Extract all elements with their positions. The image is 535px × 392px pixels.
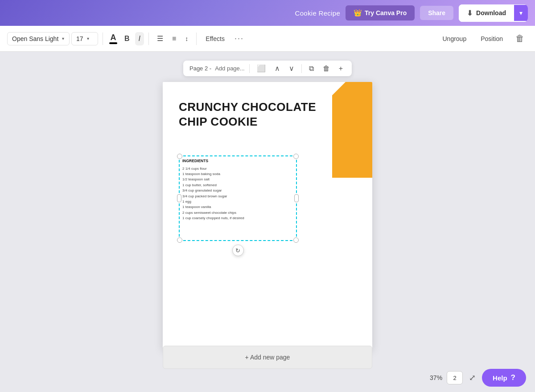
zoom-level: 37% — [430, 374, 442, 381]
handle-bottom-right[interactable] — [293, 237, 299, 243]
toolbar: Open Sans Light ▾ 17 ▾ A B I ☰ ≡ ↕ Effec… — [0, 26, 535, 52]
bold-button[interactable]: B — [121, 32, 133, 45]
spacing-icon: ↕ — [185, 35, 188, 42]
download-chevron-button[interactable]: ▾ — [514, 5, 528, 21]
handle-middle-right[interactable] — [294, 194, 299, 202]
delete-page-button[interactable]: 🗑 — [320, 64, 333, 74]
align-icon: ☰ — [157, 34, 163, 43]
ingredients-content: INGREDIENTS 2 1/4 cups flour 1 teaspoon … — [180, 156, 296, 223]
canvas-area: Page 2 - Add page... ⬜ ∧ ∨ ⧉ 🗑 + — [0, 52, 535, 392]
delete-button[interactable]: 🗑 — [512, 32, 528, 45]
document-page: CRUNCHY CHOCOLATE CHIP COOKIE INGREDIENT… — [163, 82, 372, 349]
page-icon: ⬜ — [257, 65, 266, 72]
effects-button[interactable]: Effects — [201, 33, 229, 45]
duplicate-icon: ⧉ — [309, 65, 314, 72]
bottom-bar: 37% 2 ⤢ Help ? — [421, 363, 535, 392]
spacing-button[interactable]: ↕ — [181, 33, 192, 45]
position-button[interactable]: Position — [475, 33, 508, 45]
text-a-icon: A — [111, 33, 116, 41]
download-area: ⬇ Download ▾ — [459, 4, 528, 22]
toolbar-right: Ungroup Position 🗑 — [437, 32, 528, 45]
crown-icon: 👑 — [354, 9, 362, 17]
ingredient-line-2: 1 teaspoon baking soda — [182, 172, 293, 177]
document-title: Cookie Recipe — [295, 9, 340, 17]
fullscreen-icon: ⤢ — [469, 373, 476, 382]
add-page-link[interactable]: Add page... — [215, 65, 245, 72]
font-selector[interactable]: Open Sans Light ▾ — [7, 32, 70, 45]
help-button[interactable]: Help ? — [482, 369, 526, 387]
font-chevron-icon: ▾ — [62, 36, 64, 41]
page-controls: Page 2 - Add page... ⬜ ∧ ∨ ⧉ 🗑 + — [183, 61, 352, 76]
page-content: CRUNCHY CHOCOLATE CHIP COOKIE INGREDIENT… — [163, 82, 372, 349]
page-ctrl-divider-2 — [301, 64, 302, 73]
more-icon: ··· — [235, 34, 244, 43]
delete-page-icon: 🗑 — [323, 65, 330, 72]
add-new-page-bar[interactable]: + Add new page — [163, 346, 372, 369]
try-canva-pro-button[interactable]: 👑 Try Canva Pro — [346, 5, 415, 20]
ingredient-line-8: 1 teaspoon vanilla — [182, 204, 293, 210]
handle-middle-left[interactable] — [177, 194, 181, 202]
help-label: Help — [493, 374, 507, 382]
ingredient-line-6: 3/4 cup packed brown sugar — [182, 194, 293, 199]
ingredient-line-10: 1 cup coarsely chopped nuts, if desired — [182, 216, 293, 221]
plus-icon: + — [339, 65, 343, 72]
help-question-icon: ? — [511, 373, 515, 382]
text-color-bar — [109, 42, 117, 44]
page-label: Page 2 - — [189, 65, 211, 72]
italic-button[interactable]: I — [135, 32, 144, 45]
handle-top-left[interactable] — [177, 154, 182, 159]
page-view-button[interactable]: ⬜ — [254, 63, 268, 74]
toolbar-divider-2 — [148, 33, 149, 45]
top-bar: Cookie Recipe 👑 Try Canva Pro Share ⬇ Do… — [0, 0, 535, 26]
list-icon: ≡ — [172, 35, 176, 43]
duplicate-page-button[interactable]: ⧉ — [306, 64, 317, 74]
font-size-selector[interactable]: 17 ▾ — [71, 32, 98, 45]
more-options-button[interactable]: ··· — [231, 32, 247, 45]
page-indicator: 2 — [447, 371, 463, 384]
share-button[interactable]: Share — [420, 6, 453, 20]
ingredient-line-5: 3/4 cup granulated sugar — [182, 188, 293, 193]
top-bar-center: Cookie Recipe 👑 Try Canva Pro Share ⬇ Do… — [295, 4, 528, 22]
ingredient-line-9: 2 cups semisweet chocolate chips — [182, 210, 293, 216]
ingredients-text-box[interactable]: INGREDIENTS 2 1/4 cups flour 1 teaspoon … — [179, 155, 297, 241]
font-size-value: 17 — [76, 35, 83, 42]
rotate-handle[interactable]: ↻ — [232, 245, 244, 256]
rotate-icon: ↻ — [235, 247, 240, 254]
handle-bottom-left[interactable] — [177, 237, 182, 243]
handle-top-right[interactable] — [293, 154, 299, 159]
ingredient-line-1: 2 1/4 cups flour — [182, 166, 293, 172]
ingredient-line-3: 1/2 teaspoon salt — [182, 177, 293, 182]
chevron-down-icon: ∨ — [289, 65, 294, 72]
download-icon: ⬇ — [467, 9, 473, 17]
align-button[interactable]: ☰ — [153, 32, 167, 45]
add-section-button[interactable]: + — [336, 64, 346, 74]
page-ctrl-divider-1 — [249, 64, 250, 73]
page-down-button[interactable]: ∨ — [286, 63, 297, 74]
ungroup-button[interactable]: Ungroup — [437, 33, 472, 45]
toolbar-divider-1 — [103, 33, 103, 45]
ingredient-line-7: 1 egg — [182, 199, 293, 204]
fullscreen-button[interactable]: ⤢ — [467, 371, 477, 384]
list-button[interactable]: ≡ — [169, 32, 180, 45]
chevron-up-icon: ∧ — [275, 65, 280, 72]
recipe-title: CRUNCHY CHOCOLATE CHIP COOKIE — [179, 100, 330, 129]
toolbar-divider-3 — [196, 33, 197, 45]
page-up-button[interactable]: ∧ — [272, 63, 283, 74]
download-button[interactable]: ⬇ Download — [459, 4, 514, 22]
add-page-label: + Add new page — [245, 354, 290, 361]
font-name-label: Open Sans Light — [12, 35, 58, 42]
font-size-chevron-icon: ▾ — [87, 36, 89, 41]
ingredient-line-4: 1 cup butter, softened — [182, 183, 293, 188]
ingredients-heading: INGREDIENTS — [182, 158, 293, 164]
trash-icon: 🗑 — [515, 33, 524, 43]
text-color-button[interactable]: A — [107, 32, 119, 46]
